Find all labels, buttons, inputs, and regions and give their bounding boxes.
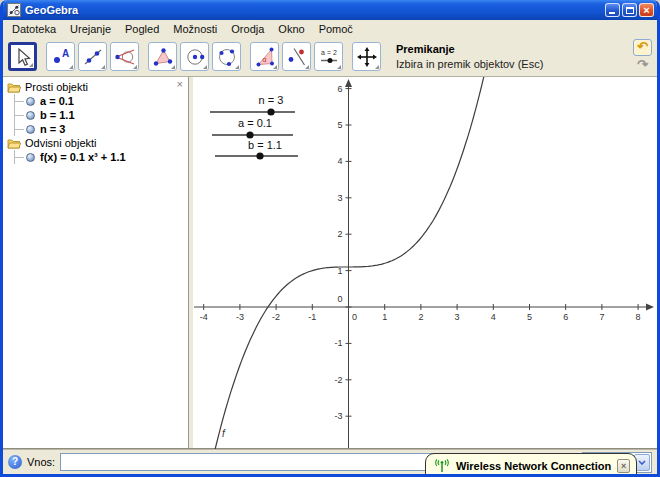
curve-label: f [222, 428, 226, 439]
active-tool-name: Premikanje [396, 42, 543, 56]
tangent-icon [114, 46, 136, 68]
wireless-notification-balloon[interactable]: Wireless Network Connection × [425, 453, 637, 477]
algebra-object-row[interactable]: a = 0.1 [14, 94, 188, 108]
circle-icon [184, 46, 206, 68]
x-tick-label: 0 [352, 312, 357, 322]
y-tick-label: 2 [337, 229, 342, 239]
menu-item-monosti[interactable]: Možnosti [166, 22, 224, 36]
menu-item-orodja[interactable]: Orodja [224, 22, 271, 36]
undo-redo-group: ↶ ↷ [633, 39, 652, 74]
minimize-button[interactable] [605, 3, 620, 17]
main-area: × Prosti objektia = 0.1b = 1.1n = 3Odvis… [3, 77, 657, 449]
x-tick-label: -1 [308, 312, 316, 322]
y-tick-label: 4 [337, 156, 342, 166]
tool-point-button[interactable]: A [46, 42, 75, 71]
close-button[interactable]: × [639, 3, 654, 17]
x-axis-arrow [646, 304, 654, 311]
algebra-object-row[interactable]: f(x) = 0.1 x³ + 1.1 [14, 150, 188, 164]
angle-icon: α [254, 46, 276, 68]
tool-conic-button[interactable] [212, 42, 241, 71]
tool-tangent-button[interactable] [110, 42, 139, 71]
y-axis-arrow [345, 79, 352, 87]
x-tick-label: 4 [491, 312, 496, 322]
graph-canvas[interactable]: -4-3-2-1012345678-3-2-10123456fn = 3a = … [193, 77, 657, 449]
algebra-object-text: b = 1.1 [40, 109, 75, 121]
help-icon[interactable]: ? [8, 455, 22, 469]
algebra-section-label[interactable]: Odvisni objekti [5, 136, 188, 150]
tool-angle-button[interactable]: α [250, 42, 279, 71]
graphics-view: -4-3-2-1012345678-3-2-10123456fn = 3a = … [193, 77, 657, 448]
algebra-object-row[interactable]: n = 3 [14, 122, 188, 136]
svg-text:a = 2: a = 2 [321, 49, 337, 56]
move-icon [12, 46, 34, 68]
algebra-object-row[interactable]: b = 1.1 [14, 108, 188, 122]
x-tick-label: -3 [236, 312, 244, 322]
toolbar: Aαa = 2 Premikanje Izbira in premik obje… [3, 37, 657, 77]
slider-n-label: n = 3 [259, 94, 284, 106]
conic-icon [216, 46, 238, 68]
slider-icon: a = 2 [318, 46, 340, 68]
input-label: Vnos: [27, 456, 55, 468]
folder-icon [7, 138, 21, 149]
object-visibility-marble-icon[interactable] [26, 97, 35, 106]
algebra-view: × Prosti objektia = 0.1b = 1.1n = 3Odvis… [3, 77, 189, 448]
notification-close-button[interactable]: × [617, 459, 630, 473]
maximize-button[interactable] [622, 3, 637, 17]
x-tick-label: 8 [636, 312, 641, 322]
slider-b-label: b = 1.1 [248, 139, 282, 151]
menu-item-urejanje[interactable]: Urejanje [63, 22, 118, 36]
wireless-icon [434, 459, 450, 477]
title-bar[interactable]: GeoGebra × [3, 0, 657, 20]
tool-move-button[interactable] [8, 42, 37, 71]
active-tool-caption: Premikanje Izbira in premik objektov (Es… [396, 42, 543, 71]
svg-text:A: A [62, 48, 69, 59]
active-tool-hint: Izbira in premik objektov (Esc) [396, 57, 543, 71]
y-tick-label: -3 [334, 411, 342, 421]
object-visibility-marble-icon[interactable] [26, 111, 35, 120]
tool-move-view-button[interactable] [352, 42, 381, 71]
algebra-object-text: a = 0.1 [40, 95, 74, 107]
menu-item-okno[interactable]: Okno [271, 22, 311, 36]
move-view-icon [356, 46, 378, 68]
tool-circle-button[interactable] [180, 42, 209, 71]
reflect-icon [286, 46, 308, 68]
slider-b-handle[interactable] [256, 152, 263, 159]
geogebra-app-icon [7, 3, 21, 17]
algebra-close-icon[interactable]: × [177, 78, 183, 90]
y-tick-label: 6 [337, 84, 342, 94]
algebra-object-text: n = 3 [40, 123, 65, 135]
slider-a-handle[interactable] [246, 131, 253, 138]
y-tick-label: -1 [334, 338, 342, 348]
window-title: GeoGebra [25, 4, 603, 16]
y-tick-label: 3 [337, 193, 342, 203]
maximize-icon [626, 7, 634, 14]
tool-polygon-button[interactable] [148, 42, 177, 71]
menu-item-pogled[interactable]: Pogled [118, 22, 166, 36]
slider-n-handle[interactable] [267, 108, 274, 115]
redo-button[interactable]: ↷ [633, 57, 652, 74]
tool-reflect-button[interactable] [282, 42, 311, 71]
undo-button[interactable]: ↶ [633, 39, 652, 56]
menu-bar: DatotekaUrejanjePogledMožnostiOrodjaOkno… [3, 20, 657, 37]
x-tick-label: 7 [599, 312, 604, 322]
y-tick-label: 0 [337, 294, 342, 304]
x-tick-label: 3 [455, 312, 460, 322]
x-tick-label: 6 [563, 312, 568, 322]
object-visibility-marble-icon[interactable] [26, 153, 35, 162]
notification-title: Wireless Network Connection [456, 459, 611, 472]
tool-slider-button[interactable]: a = 2 [314, 42, 343, 71]
tool-line-button[interactable] [78, 42, 107, 71]
geogebra-window: GeoGebra × DatotekaUrejanjePogledMožnost… [0, 0, 660, 477]
y-tick-label: 5 [337, 120, 342, 130]
slider-a-label: a = 0.1 [238, 117, 272, 129]
x-tick-label: 1 [382, 312, 387, 322]
algebra-section-label[interactable]: Prosti objekti [5, 80, 188, 94]
polygon-icon [152, 46, 174, 68]
point-icon: A [50, 46, 72, 68]
svg-text:α: α [262, 56, 266, 63]
line-icon [82, 46, 104, 68]
menu-item-datoteka[interactable]: Datoteka [5, 22, 63, 36]
object-visibility-marble-icon[interactable] [26, 125, 35, 134]
menu-item-pomo[interactable]: Pomoč [312, 22, 360, 36]
close-icon: × [640, 4, 653, 16]
